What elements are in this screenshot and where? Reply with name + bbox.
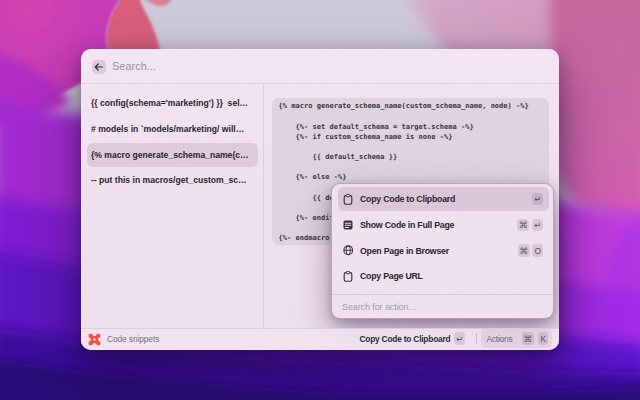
search-input[interactable]: Search... xyxy=(112,49,156,83)
status-bar: Code snippets Copy Code to Clipboard ↵ A… xyxy=(81,328,559,350)
action-label: Copy Page URL xyxy=(360,271,543,281)
status-bar-separator xyxy=(476,333,477,344)
key-cmd: ⌘ xyxy=(522,332,534,345)
action-show-full-page[interactable]: Show Code in Full Page ⌘↵ xyxy=(338,213,550,237)
snippet-row-4[interactable]: -- put this in macros/get_custom_sc… xyxy=(87,168,258,192)
snippet-row-2[interactable]: # models in `models/marketing/ will… xyxy=(87,117,258,141)
key-return: ↵ xyxy=(454,332,465,345)
snippet-title: # models in `models/marketing/ will… xyxy=(91,124,244,134)
window-icon xyxy=(343,219,354,230)
extension-name: Code snippets xyxy=(107,328,159,350)
key-k: K xyxy=(538,332,548,345)
action-copy-code[interactable]: Copy Code to Clipboard ↵ xyxy=(338,187,550,211)
action-label: Open Page in Browser xyxy=(360,246,518,256)
clipboard-icon xyxy=(343,194,354,205)
action-search-input[interactable]: Search for action… xyxy=(342,295,417,319)
arrow-left-icon xyxy=(94,63,103,71)
snippet-title: {{ config(schema='marketing') }} sel… xyxy=(91,98,248,108)
dbt-logo xyxy=(88,333,101,346)
actions-label: Actions xyxy=(486,334,512,344)
snippet-list: {{ config(schema='marketing') }} sel… # … xyxy=(81,84,265,328)
key-cmd: ⌘ xyxy=(518,244,530,257)
key-return: ↵ xyxy=(532,193,543,206)
action-label: Copy Code to Clipboard xyxy=(360,194,532,204)
status-bar-actions: Copy Code to Clipboard ↵ Actions ⌘ K xyxy=(359,328,551,350)
search-header: Search... xyxy=(81,49,559,84)
back-button[interactable] xyxy=(92,60,107,74)
globe-icon xyxy=(343,245,354,256)
screenshot-stage: Search... {{ config(schema='marketing') … xyxy=(0,0,640,400)
snippet-title: {% macro generate_schema_name(c… xyxy=(91,150,249,160)
snippet-title: -- put this in macros/get_custom_sc… xyxy=(91,175,247,185)
action-label: Show Code in Full Page xyxy=(360,220,517,230)
key-o: O xyxy=(532,244,543,257)
key-cmd: ⌘ xyxy=(517,219,529,232)
action-copy-url[interactable]: Copy Page URL xyxy=(338,264,550,288)
panel-divider xyxy=(263,84,264,328)
primary-action-label[interactable]: Copy Code to Clipboard xyxy=(359,334,450,344)
key-return: ↵ xyxy=(532,219,543,232)
snippet-row-1[interactable]: {{ config(schema='marketing') }} sel… xyxy=(87,91,258,115)
action-open-browser[interactable]: Open Page in Browser ⌘O xyxy=(338,239,550,263)
actions-button[interactable]: Actions ⌘ K xyxy=(481,329,551,348)
raycast-window: Search... {{ config(schema='marketing') … xyxy=(81,49,559,350)
clipboard-icon xyxy=(343,271,354,282)
action-panel: Copy Code to Clipboard ↵ Show Code in Fu… xyxy=(331,183,554,319)
snippet-row-3-selected[interactable]: {% macro generate_schema_name(c… xyxy=(87,143,258,167)
